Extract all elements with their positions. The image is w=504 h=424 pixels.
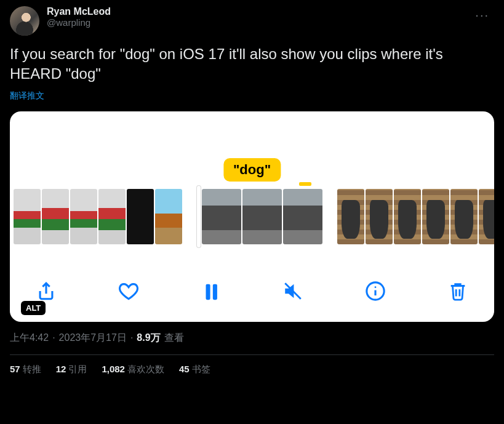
views-count: 8.9万 [137,332,160,345]
trash-icon[interactable] [447,281,468,302]
media-toolbar [10,274,494,308]
bookmarks-count: 45 [179,364,190,374]
clip-group-2[interactable] [197,189,322,248]
divider [10,354,494,355]
thumbnail[interactable] [70,189,97,244]
media-card[interactable]: "dog" [10,111,494,322]
caption-bubble: "dog" [223,158,281,182]
more-button[interactable]: ··· [470,6,494,23]
thumbnail[interactable] [42,189,69,244]
svg-point-5 [375,286,377,288]
tweet: Ryan McLeod @warpling ··· If you search … [10,6,494,375]
display-name: Ryan McLeod [47,6,111,17]
avatar[interactable] [10,6,39,36]
views-label: 查看 [164,332,184,345]
retweets[interactable]: 57转推 [10,364,41,375]
pause-icon[interactable] [201,281,222,302]
bookmarks[interactable]: 45书签 [179,364,210,375]
retweets-label: 转推 [23,364,41,374]
tweet-text: If you search for "dog" on iOS 17 it'll … [10,44,494,84]
thumbnail[interactable] [242,189,282,244]
tweet-header: Ryan McLeod @warpling ··· [10,6,494,36]
thumbnail[interactable] [366,189,393,244]
bookmarks-label: 书签 [192,364,210,374]
likes-count: 1,082 [102,364,125,374]
clip-group-1[interactable] [14,189,182,248]
caption-tick [299,182,311,186]
date[interactable]: 2023年7月17日 [59,332,127,345]
quotes-count: 12 [56,364,66,374]
alt-badge[interactable]: ALT [21,302,46,313]
translate-link[interactable]: 翻译推文 [10,90,494,102]
thumbnail[interactable] [394,189,421,244]
stats-row: 57转推 12引用 1,082喜欢次数 45书签 [10,364,494,375]
thumbnail[interactable] [283,189,322,244]
thumbnail[interactable] [422,189,449,244]
time[interactable]: 上午4:42 [10,332,49,345]
dot-separator: · [52,332,55,343]
retweets-count: 57 [10,364,20,374]
thumbnail[interactable] [127,189,154,244]
svg-rect-0 [206,284,210,300]
handle: @warpling [47,17,111,28]
playhead[interactable] [197,186,201,247]
quotes[interactable]: 12引用 [56,364,87,375]
author-names[interactable]: Ryan McLeod @warpling [47,6,111,28]
thumbnail[interactable] [155,189,182,244]
filmstrip[interactable] [10,189,494,248]
svg-rect-1 [212,284,217,300]
info-icon[interactable] [365,281,386,302]
thumbnail[interactable] [98,189,126,244]
speaker-muted-icon[interactable] [282,281,303,302]
meta-row: 上午4:42 · 2023年7月17日 · 8.9万 查看 [10,332,494,345]
dot-separator: · [130,332,133,343]
thumbnail[interactable] [202,189,241,244]
share-icon[interactable] [36,281,57,302]
thumbnail[interactable] [450,189,478,244]
alt-badge-label: ALT [21,301,46,315]
likes[interactable]: 1,082喜欢次数 [102,364,164,375]
clip-group-3[interactable] [337,189,494,248]
heart-icon[interactable] [118,281,139,302]
thumbnail[interactable] [14,189,41,244]
thumbnail[interactable] [337,189,364,244]
likes-label: 喜欢次数 [127,364,164,374]
quotes-label: 引用 [68,364,87,374]
thumbnail[interactable] [479,189,494,244]
